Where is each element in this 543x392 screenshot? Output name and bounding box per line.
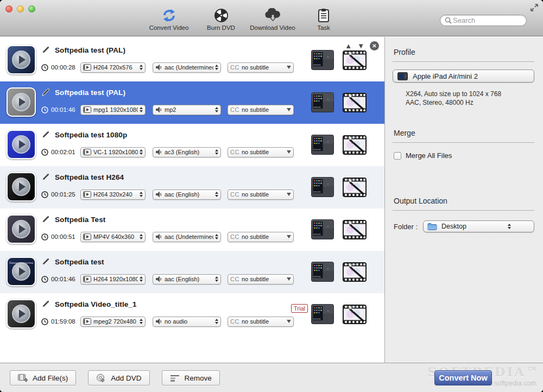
- file-row[interactable]: Sweet memories Softpedia test 00:01:46: [0, 251, 384, 293]
- right-panel: Profile Apple iPad Air/mini 2 X264, Auto…: [384, 37, 543, 363]
- subtitle-select[interactable]: CC no subtitle: [228, 232, 294, 242]
- divider: [393, 61, 534, 62]
- edit-pencil-icon[interactable]: [41, 215, 50, 224]
- edit-pencil-icon[interactable]: [41, 130, 50, 139]
- clock-icon: [41, 64, 48, 71]
- video-format-select[interactable]: H264 720x576: [80, 62, 146, 73]
- file-row[interactable]: Softpedia Test 00:00:51 MP4V 640x360: [0, 208, 384, 251]
- edit-pencil-icon[interactable]: [41, 173, 50, 181]
- thumbnail[interactable]: [7, 299, 36, 328]
- video-format-label: VC-1 1920x1080: [93, 149, 138, 155]
- device-output-icon[interactable]: [311, 219, 334, 242]
- edit-effects-icon[interactable]: [343, 50, 367, 72]
- divider: [393, 210, 534, 211]
- device-output-icon[interactable]: [311, 50, 334, 72]
- subtitle-select[interactable]: CC no subtitle: [228, 274, 294, 284]
- merge-all-checkbox[interactable]: [394, 152, 401, 160]
- video-format-select[interactable]: MP4V 640x360: [80, 232, 146, 242]
- file-row[interactable]: Softpedia test H264 00:01:25 H264 320x24…: [0, 166, 384, 208]
- stepper-icon: [140, 192, 143, 197]
- search-input[interactable]: [452, 16, 517, 25]
- thumbnail[interactable]: [7, 87, 36, 117]
- file-title: Softpedia test 1080p: [55, 131, 127, 139]
- move-up-icon[interactable]: ▲: [345, 42, 352, 50]
- file-row[interactable]: Softpedia test (PAL) 00:00:28 H264 720x5…: [0, 39, 384, 81]
- device-output-icon[interactable]: [311, 262, 334, 284]
- toolbar-download-video[interactable]: Download Video: [244, 7, 301, 31]
- subtitle-select[interactable]: CC no subtitle: [228, 105, 294, 115]
- audio-format-select[interactable]: no audio: [153, 317, 221, 327]
- device-icon: [397, 72, 408, 80]
- audio-format-select[interactable]: aac (English): [153, 189, 221, 200]
- file-row[interactable]: Softpedia test 1080p 00:02:01 VC-1 1920x…: [0, 124, 384, 166]
- edit-pencil-icon[interactable]: [41, 88, 50, 97]
- profile-heading: Profile: [394, 48, 534, 56]
- thumbnail[interactable]: [7, 214, 36, 244]
- audio-format-select[interactable]: aac (Undetermined): [153, 232, 221, 242]
- add-dvd-button[interactable]: Add DVD: [88, 370, 149, 385]
- file-row[interactable]: Softpedia Video_title_1 01:59:08 mpeg2 7…: [0, 293, 384, 336]
- thumbnail[interactable]: [7, 172, 36, 201]
- clear-list-icon[interactable]: ✕: [370, 41, 379, 50]
- edit-pencil-icon[interactable]: [41, 46, 50, 54]
- output-folder-select[interactable]: Desktop: [423, 220, 534, 232]
- stepper-icon: [215, 319, 218, 324]
- edit-effects-icon[interactable]: [343, 178, 367, 199]
- subtitle-cc-icon: CC: [230, 233, 239, 240]
- profile-select-button[interactable]: Apple iPad Air/mini 2: [393, 69, 534, 83]
- video-format-select[interactable]: VC-1 1920x1080: [80, 147, 146, 157]
- subtitle-label: no subtitle: [242, 106, 285, 113]
- audio-format-label: aac (Undetermined): [165, 233, 213, 240]
- file-duration: 00:00:28: [51, 64, 75, 71]
- audio-format-select[interactable]: mp2: [153, 105, 221, 115]
- edit-pencil-icon[interactable]: [41, 300, 50, 308]
- subtitle-select[interactable]: CC no subtitle: [228, 147, 294, 157]
- video-format-select[interactable]: mpeg2 720x480: [80, 317, 146, 327]
- thumbnail[interactable]: Sweet memories: [7, 257, 36, 286]
- merge-all-label: Merge All Files: [406, 151, 452, 160]
- subtitle-select[interactable]: CC no subtitle: [228, 189, 294, 200]
- video-format-select[interactable]: H264 1920x1080: [80, 274, 146, 284]
- edit-effects-icon[interactable]: [343, 93, 367, 115]
- thumbnail[interactable]: [7, 45, 36, 74]
- move-down-icon[interactable]: ▼: [357, 42, 364, 50]
- audio-format-select[interactable]: aac (Undetermined): [153, 62, 221, 73]
- file-duration: 00:01:25: [51, 191, 75, 198]
- thumbnail[interactable]: [7, 130, 36, 159]
- audio-format-select[interactable]: ac3 (English): [153, 147, 221, 157]
- toolbar-burn-dvd[interactable]: Burn DVD: [193, 7, 249, 31]
- chevron-down-icon: [287, 193, 291, 196]
- edit-effects-icon[interactable]: [343, 220, 367, 242]
- app-window: Convert Video Burn DVD: [0, 0, 543, 392]
- remove-button[interactable]: Remove: [162, 370, 220, 385]
- audio-format-select[interactable]: aac (English): [153, 274, 221, 284]
- device-output-icon[interactable]: [311, 135, 334, 157]
- folder-label: Folder :: [394, 223, 418, 231]
- edit-effects-icon[interactable]: [343, 135, 367, 157]
- toolbar-convert-video[interactable]: Convert Video: [141, 7, 197, 31]
- video-format-select[interactable]: mpg1 1920x1080: [80, 105, 146, 115]
- file-duration: 00:02:01: [51, 149, 75, 155]
- device-output-icon[interactable]: [311, 92, 334, 115]
- edit-effects-icon[interactable]: [343, 262, 367, 284]
- minimize-window-button[interactable]: [17, 5, 24, 12]
- toolbar-task[interactable]: Task: [295, 7, 352, 31]
- file-title: Softpedia test: [55, 258, 104, 266]
- subtitle-select[interactable]: CC no subtitle: [228, 317, 294, 327]
- add-files-button[interactable]: Add File(s): [10, 370, 76, 385]
- subtitle-select[interactable]: CC no subtitle: [228, 62, 294, 73]
- edit-pencil-icon[interactable]: [41, 257, 50, 266]
- device-output-icon[interactable]: [311, 177, 334, 199]
- merge-heading: Merge: [394, 129, 534, 137]
- edit-effects-icon[interactable]: [343, 305, 367, 326]
- device-output-icon[interactable]: [311, 304, 334, 326]
- video-format-select[interactable]: H264 320x240: [80, 189, 146, 200]
- subtitle-label: no subtitle: [242, 276, 285, 282]
- output-location-heading: Output Location: [394, 197, 534, 205]
- zoom-window-button[interactable]: [28, 5, 35, 12]
- close-window-button[interactable]: [5, 5, 12, 12]
- convert-now-button[interactable]: Convert Now: [434, 370, 492, 385]
- search-field[interactable]: [440, 15, 527, 26]
- file-row[interactable]: Softpedia test (PAL) 00:01:46 mpg1 1920x…: [0, 81, 384, 124]
- fullscreen-icon[interactable]: [530, 3, 539, 12]
